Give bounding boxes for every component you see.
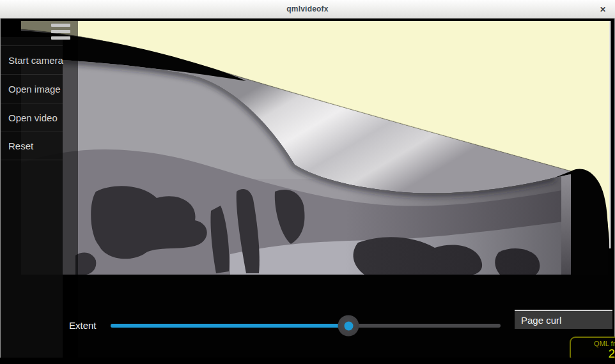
sidebar-item-start-camera[interactable]: Start camera [1,45,63,74]
viewport-right-edge [609,21,611,248]
extent-slider[interactable] [111,324,501,328]
window-titlebar[interactable]: qmlvideofx ✕ [0,0,615,19]
sidebar-item-label: Start camera [8,55,63,66]
sidebar-item-open-video[interactable]: Open video [1,103,63,132]
close-icon[interactable]: ✕ [596,3,610,17]
effect-selector-button[interactable]: Page curl [515,310,612,329]
sidebar-menu: Start camera Open image Open video Reset [1,37,63,358]
sidebar-item-label: Reset [8,140,33,151]
extent-slider-fill [111,324,348,328]
effect-selector-label: Page curl [521,315,561,326]
app-window: { "window": { "title": "qmlvideofx", "cl… [0,0,615,364]
sidebar-item-label: Open video [8,112,58,123]
extent-slider-label: Extent [69,320,97,331]
sidebar-item-open-image[interactable]: Open image [1,74,63,103]
bottom-strip [0,358,615,364]
sidebar-item-reset[interactable]: Reset [1,132,63,160]
menu-icon[interactable] [51,21,74,42]
sidebar-item-label: Open image [8,84,61,95]
slider-handle-dot [344,321,353,330]
window-title: qmlvideofx [286,4,328,13]
extent-slider-handle[interactable] [338,315,359,337]
